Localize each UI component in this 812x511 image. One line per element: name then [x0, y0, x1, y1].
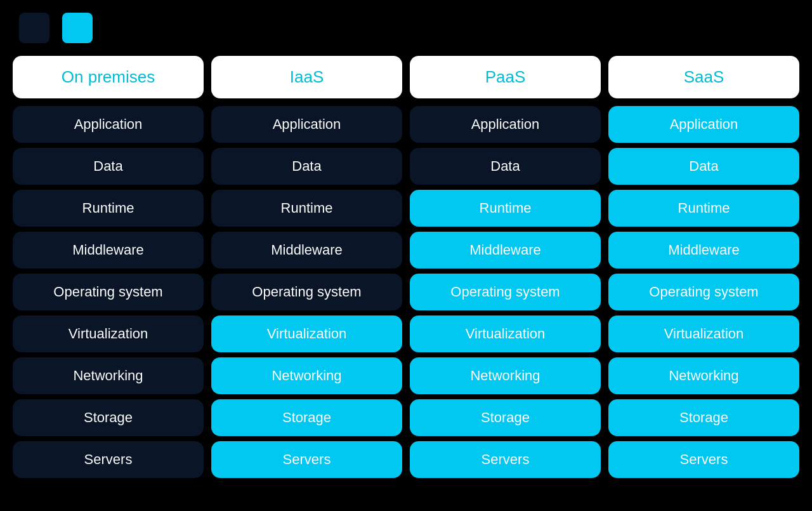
cell-saas-application: Application	[608, 106, 799, 143]
column-iaas: IaaSApplicationDataRuntimeMiddlewareOper…	[211, 56, 402, 478]
header-on-premises: On premises	[13, 56, 204, 98]
cell-on-premises-virtualization: Virtualization	[13, 315, 204, 352]
cell-on-premises-application: Application	[13, 106, 204, 143]
comparison-grid: On premisesApplicationDataRuntimeMiddlew…	[13, 56, 799, 478]
cell-saas-storage: Storage	[608, 399, 799, 436]
cell-saas-operating-system: Operating system	[608, 274, 799, 310]
cell-paas-application: Application	[410, 106, 601, 143]
cell-iaas-servers: Servers	[211, 441, 402, 478]
cell-paas-middleware: Middleware	[410, 232, 601, 269]
cell-iaas-runtime: Runtime	[211, 190, 402, 227]
cell-on-premises-operating-system: Operating system	[13, 274, 204, 310]
cell-paas-networking: Networking	[410, 357, 601, 394]
cell-paas-runtime: Runtime	[410, 190, 601, 227]
header-paas: PaaS	[410, 56, 601, 98]
header-saas: SaaS	[608, 56, 799, 98]
cell-iaas-operating-system: Operating system	[211, 274, 402, 310]
cell-saas-middleware: Middleware	[608, 232, 799, 269]
cell-paas-servers: Servers	[410, 441, 601, 478]
cell-saas-runtime: Runtime	[608, 190, 799, 227]
cell-iaas-virtualization: Virtualization	[211, 315, 402, 352]
cell-saas-servers: Servers	[608, 441, 799, 478]
cell-iaas-middleware: Middleware	[211, 232, 402, 269]
column-on-premises: On premisesApplicationDataRuntimeMiddlew…	[13, 56, 204, 478]
cell-on-premises-servers: Servers	[13, 441, 204, 478]
legend-dark-box	[19, 13, 49, 43]
cell-saas-networking: Networking	[608, 357, 799, 394]
cell-on-premises-storage: Storage	[13, 399, 204, 436]
cell-iaas-networking: Networking	[211, 357, 402, 394]
cell-on-premises-middleware: Middleware	[13, 232, 204, 269]
legend-cyan-box	[62, 13, 93, 43]
cell-iaas-application: Application	[211, 106, 402, 143]
cell-iaas-data: Data	[211, 148, 402, 185]
cell-on-premises-networking: Networking	[13, 357, 204, 394]
cell-on-premises-data: Data	[13, 148, 204, 185]
cell-paas-virtualization: Virtualization	[410, 315, 601, 352]
header-iaas: IaaS	[211, 56, 402, 98]
cell-paas-storage: Storage	[410, 399, 601, 436]
cell-paas-data: Data	[410, 148, 601, 185]
column-saas: SaaSApplicationDataRuntimeMiddlewareOper…	[608, 56, 799, 478]
cell-on-premises-runtime: Runtime	[13, 190, 204, 227]
cell-iaas-storage: Storage	[211, 399, 402, 436]
legend	[13, 13, 799, 43]
cell-saas-data: Data	[608, 148, 799, 185]
cell-saas-virtualization: Virtualization	[608, 315, 799, 352]
cell-paas-operating-system: Operating system	[410, 274, 601, 310]
column-paas: PaaSApplicationDataRuntimeMiddlewareOper…	[410, 56, 601, 478]
